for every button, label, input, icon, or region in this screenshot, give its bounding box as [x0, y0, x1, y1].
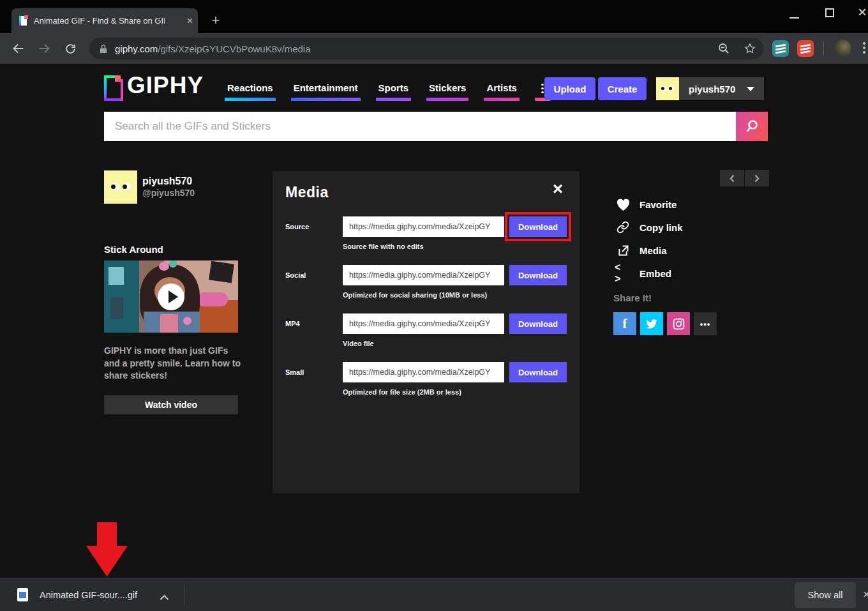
nav-underline	[376, 98, 412, 101]
star-icon	[744, 42, 756, 55]
window-close-button[interactable]: ×	[858, 3, 867, 21]
bookmark-button[interactable]	[741, 40, 759, 57]
search-icon	[744, 119, 760, 134]
profile-handle[interactable]: @piyush570	[142, 188, 195, 198]
tab-title: Animated GIF - Find & Share on GIPHY	[34, 16, 165, 26]
source-url-input[interactable]	[343, 216, 504, 237]
gif-file-icon	[17, 588, 28, 601]
back-arrow-icon	[11, 41, 26, 56]
nav-underline	[426, 98, 468, 101]
row-label: MP4	[285, 320, 300, 328]
user-avatar	[656, 77, 679, 100]
tab-close-icon[interactable]: ×	[187, 16, 193, 26]
download-item-menu-button[interactable]	[160, 592, 169, 603]
twitter-bird-icon	[645, 317, 658, 330]
url-text: giphy.com/gifs/XzeipGYUCVbPowuK8v/media	[115, 43, 311, 54]
social-download-button[interactable]: Download	[509, 265, 567, 285]
zoom-indicator-button[interactable]	[715, 40, 733, 57]
upload-button[interactable]: Upload	[544, 77, 595, 100]
row-caption: Source file with no edits	[343, 243, 424, 250]
row-label: Small	[285, 368, 304, 376]
code-brackets-icon: < >	[615, 262, 631, 285]
small-url-input[interactable]	[343, 362, 504, 382]
instagram-share-button[interactable]	[667, 312, 690, 335]
row-caption: Video file	[343, 340, 374, 347]
twitter-share-button[interactable]	[640, 312, 663, 335]
user-menu-name: piyush570	[689, 84, 735, 94]
toolbar-divider	[823, 41, 824, 56]
media-row-mp4: MP4 Download Video file	[273, 313, 580, 352]
modal-close-icon[interactable]: ×	[553, 180, 563, 198]
window-minimize-button[interactable]	[789, 17, 799, 19]
chevron-left-icon	[729, 174, 735, 183]
create-button[interactable]: Create	[598, 77, 647, 100]
nav-underline	[291, 98, 361, 101]
reload-icon	[64, 43, 77, 55]
giphy-wordmark[interactable]: GIPHY	[127, 72, 204, 99]
favorite-action[interactable]: Favorite	[615, 196, 677, 213]
next-gif-button[interactable]	[745, 170, 769, 186]
browser-window: Animated GIF - Find & Share on GIPHY × +…	[0, 0, 868, 611]
nav-underline	[225, 98, 276, 101]
media-action[interactable]: Media	[615, 242, 667, 259]
row-label: Source	[285, 223, 309, 230]
nav-item-entertainment[interactable]: Entertainment	[293, 82, 359, 101]
reload-button[interactable]	[61, 40, 79, 57]
new-tab-button[interactable]: +	[207, 11, 225, 29]
browser-menu-icon[interactable]	[863, 42, 865, 54]
url-domain: giphy.com	[115, 43, 158, 54]
row-caption: Optimized for social sharing (10MB or le…	[343, 291, 487, 299]
search-button[interactable]	[736, 112, 768, 141]
nav-item-artists[interactable]: Artists	[486, 82, 518, 101]
play-icon[interactable]	[158, 283, 184, 310]
profile-name[interactable]: piyush570	[142, 176, 192, 187]
back-button[interactable]	[10, 40, 27, 57]
browser-titlebar: Animated GIF - Find & Share on GIPHY × +…	[0, 0, 868, 33]
downloads-bar-close-icon[interactable]: ×	[863, 587, 868, 601]
address-bar[interactable]: giphy.com/gifs/XzeipGYUCVbPowuK8v/media	[89, 38, 763, 59]
share-heading: Share It!	[613, 292, 652, 303]
embed-action[interactable]: < > Embed	[615, 265, 671, 282]
row-caption: Optimized for file size (2MB or less)	[343, 388, 461, 396]
giphy-page: GIPHY Reactions Entertainment Sports Sti…	[0, 64, 868, 578]
browser-tab[interactable]: Animated GIF - Find & Share on GIPHY ×	[11, 8, 198, 33]
chevron-right-icon	[754, 174, 760, 183]
mp4-url-input[interactable]	[343, 313, 504, 334]
copy-link-action[interactable]: Copy link	[615, 219, 683, 236]
forward-arrow-icon	[37, 41, 51, 56]
extension-teal-icon[interactable]	[772, 40, 789, 57]
downloaded-file-item[interactable]: Animated GIF-sour....gif	[40, 578, 137, 611]
browser-profile-avatar[interactable]	[834, 40, 851, 57]
more-share-button[interactable]: •••	[694, 312, 717, 335]
show-all-downloads-button[interactable]: Show all	[795, 582, 856, 608]
downloads-bar: Animated GIF-sour....gif Show all ×	[0, 578, 868, 611]
nav-underline	[484, 98, 520, 101]
social-url-input[interactable]	[343, 265, 504, 285]
nav-item-stickers[interactable]: Stickers	[428, 82, 467, 101]
source-download-button[interactable]: Download	[509, 216, 567, 237]
lock-icon	[100, 44, 107, 54]
promo-heading: Stick Around	[104, 244, 163, 255]
promo-text: GIPHY is more than just GIFs and a prett…	[104, 345, 242, 382]
extension-todoist-icon[interactable]	[797, 40, 814, 57]
watch-video-button[interactable]: Watch video	[104, 395, 238, 414]
nav-item-sports[interactable]: Sports	[378, 82, 410, 101]
row-label: Social	[285, 271, 306, 279]
small-download-button[interactable]: Download	[509, 362, 567, 382]
giphy-logo-icon[interactable]	[104, 75, 123, 101]
facebook-share-button[interactable]: f	[613, 312, 636, 335]
share-icon	[615, 244, 631, 257]
nav-item-reactions[interactable]: Reactions	[227, 82, 274, 101]
search-input[interactable]	[104, 112, 736, 141]
promo-video-thumbnail[interactable]	[104, 260, 238, 333]
user-menu[interactable]: piyush570	[656, 77, 764, 100]
media-row-small: Small Download Optimized for file size (…	[273, 362, 580, 400]
profile-avatar[interactable]	[104, 170, 137, 204]
forward-button[interactable]	[35, 40, 53, 57]
prev-gif-button[interactable]	[720, 170, 744, 186]
downloads-divider	[184, 585, 184, 605]
media-modal: Media × Source Download Source file with…	[273, 171, 580, 494]
zoom-magnifier-icon	[717, 42, 730, 55]
window-maximize-button[interactable]	[825, 8, 834, 17]
mp4-download-button[interactable]: Download	[509, 313, 567, 334]
